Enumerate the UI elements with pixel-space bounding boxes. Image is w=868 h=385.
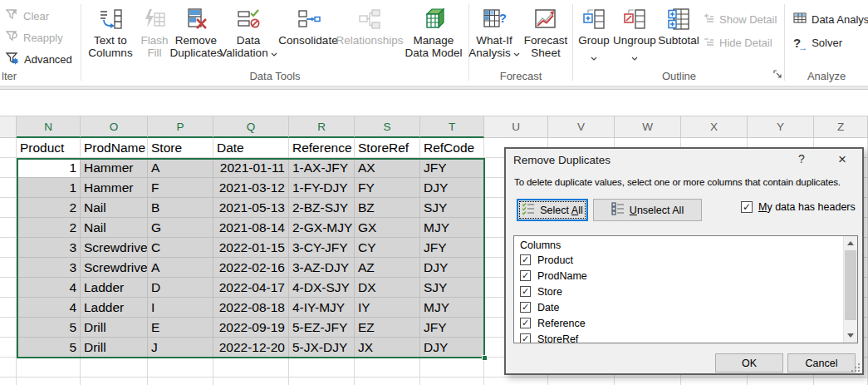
cell[interactable]: [17, 378, 81, 385]
selection-fill-handle[interactable]: [482, 355, 488, 361]
clear-filter-button[interactable]: Clear: [5, 7, 49, 25]
scrollbar-thumb[interactable]: [845, 250, 856, 320]
cell[interactable]: [615, 378, 681, 385]
cell[interactable]: 4: [17, 298, 81, 318]
column-header-n[interactable]: N: [17, 116, 81, 138]
text-to-columns-button[interactable]: Text to Columns: [85, 4, 136, 59]
cell[interactable]: Date: [213, 138, 289, 158]
cell[interactable]: AZ: [355, 258, 420, 278]
cell[interactable]: [355, 378, 420, 385]
column-header-z[interactable]: Z: [814, 116, 868, 138]
cancel-button[interactable]: Cancel: [787, 353, 856, 373]
cell[interactable]: 2-BZ-SJY: [289, 198, 355, 218]
my-data-has-headers-checkbox[interactable]: ✓ My data has headers: [741, 201, 856, 213]
subtotal-button[interactable]: Subtotal: [656, 4, 701, 47]
column-option-date[interactable]: ✓Date: [514, 299, 857, 315]
cell[interactable]: [0, 258, 17, 278]
cell[interactable]: MJY: [420, 218, 484, 238]
cell[interactable]: 1-AX-JFY: [289, 158, 355, 178]
cell[interactable]: G: [148, 218, 213, 238]
cell[interactable]: IY: [355, 298, 420, 318]
cell[interactable]: [0, 358, 17, 378]
cell[interactable]: [0, 138, 17, 158]
cell[interactable]: [0, 218, 17, 238]
column-option-reference[interactable]: ✓Reference: [514, 315, 857, 331]
column-option-storeref[interactable]: ✓StoreRef: [514, 331, 857, 343]
ok-button[interactable]: OK: [715, 353, 783, 373]
cell[interactable]: StoreRef: [355, 138, 420, 158]
cell[interactable]: DJY: [420, 178, 484, 198]
cell[interactable]: JX: [355, 338, 420, 358]
cell[interactable]: 3-AZ-DJY: [289, 258, 355, 278]
solver-button[interactable]: ?→ Solver: [793, 33, 842, 52]
cell[interactable]: [420, 378, 484, 385]
cell[interactable]: D: [148, 278, 213, 298]
cell[interactable]: EZ: [355, 318, 420, 338]
cell[interactable]: 3: [17, 238, 81, 258]
cell[interactable]: Product: [17, 138, 81, 158]
cell[interactable]: [484, 378, 548, 385]
cell[interactable]: [0, 298, 17, 318]
cell[interactable]: SJY: [420, 198, 484, 218]
cell[interactable]: [420, 358, 484, 378]
cell[interactable]: 1-FY-DJY: [289, 178, 355, 198]
cell[interactable]: Nail: [81, 218, 148, 238]
cell[interactable]: [681, 378, 748, 385]
scroll-down-icon[interactable]: [844, 328, 857, 343]
close-icon[interactable]: ×: [830, 151, 855, 169]
cell[interactable]: [289, 378, 355, 385]
column-header-y[interactable]: Y: [748, 116, 814, 138]
cell[interactable]: DX: [355, 278, 420, 298]
cell[interactable]: Drill: [81, 338, 148, 358]
column-header-p[interactable]: P: [148, 116, 213, 138]
cell[interactable]: [148, 378, 213, 385]
cell[interactable]: [0, 278, 17, 298]
cell[interactable]: 2022-01-15: [213, 238, 289, 258]
cell[interactable]: Hammer: [81, 178, 148, 198]
cell[interactable]: [748, 378, 814, 385]
what-if-analysis-button[interactable]: ? What-If Analysis: [469, 4, 519, 59]
data-analysis-button[interactable]: Data Analysis: [793, 10, 868, 28]
cell[interactable]: FY: [355, 178, 420, 198]
cell[interactable]: [0, 378, 17, 385]
column-header-o[interactable]: O: [81, 116, 148, 138]
unselect-all-button[interactable]: Unselect All: [593, 199, 702, 221]
cell[interactable]: 2021-01-11: [213, 158, 289, 178]
outline-dialog-launcher[interactable]: [772, 67, 782, 82]
cell[interactable]: E: [148, 318, 213, 338]
cell[interactable]: Screwdriver: [81, 238, 148, 258]
column-header-w[interactable]: W: [615, 116, 681, 138]
cell[interactable]: JFY: [420, 238, 484, 258]
cell[interactable]: 1: [17, 158, 81, 178]
cell[interactable]: 2: [17, 218, 81, 238]
cell[interactable]: 2-GX-MJY: [289, 218, 355, 238]
column-header-q[interactable]: Q: [213, 116, 289, 138]
group-button[interactable]: Group: [576, 4, 611, 64]
cell[interactable]: Ladder: [81, 278, 148, 298]
hide-detail-button[interactable]: Hide Detail: [702, 33, 772, 52]
cell[interactable]: B: [148, 198, 213, 218]
column-header-t[interactable]: T: [420, 116, 484, 138]
cell[interactable]: [0, 238, 17, 258]
reapply-filter-button[interactable]: Reapply: [5, 28, 63, 47]
cell[interactable]: 4-IY-MJY: [289, 298, 355, 318]
cell[interactable]: 5: [17, 338, 81, 358]
cell[interactable]: [0, 178, 17, 198]
cell[interactable]: 2021-05-13: [213, 198, 289, 218]
cell[interactable]: Hammer: [81, 158, 148, 178]
data-validation-button[interactable]: Data Validation: [216, 4, 281, 59]
cell[interactable]: DJY: [420, 258, 484, 278]
cell[interactable]: SJY: [420, 278, 484, 298]
column-option-prodname[interactable]: ✓ProdName: [514, 268, 857, 284]
cell[interactable]: [81, 378, 148, 385]
cell[interactable]: [17, 358, 81, 378]
column-header-s[interactable]: S: [355, 116, 420, 138]
cell[interactable]: JFY: [420, 318, 484, 338]
relationships-button[interactable]: Relationships: [333, 4, 406, 47]
cell[interactable]: Screwdriver: [81, 258, 148, 278]
consolidate-button[interactable]: Consolidate: [278, 4, 338, 47]
cell[interactable]: 2021-03-12: [213, 178, 289, 198]
cell[interactable]: F: [148, 178, 213, 198]
manage-data-model-button[interactable]: Manage Data Model: [400, 4, 467, 59]
column-header-u[interactable]: U: [484, 116, 548, 138]
